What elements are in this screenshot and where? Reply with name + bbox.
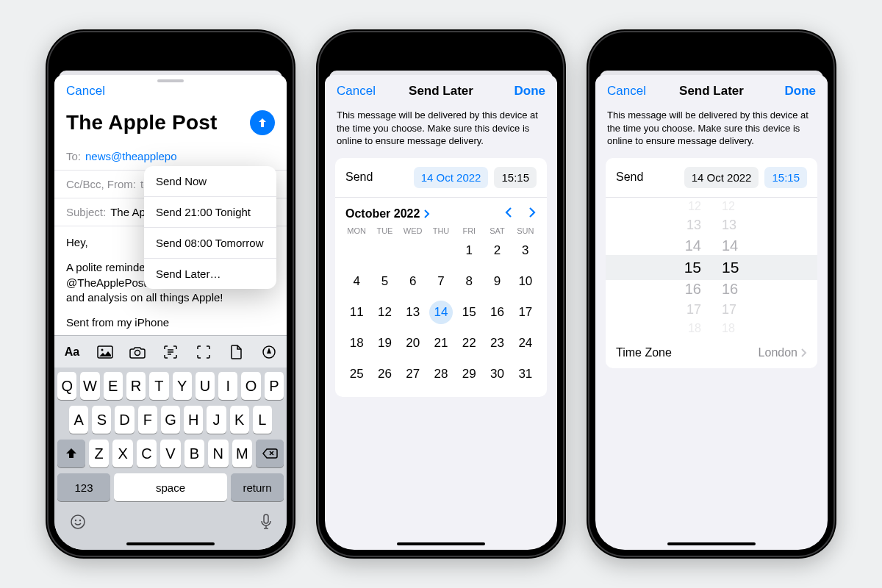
wheel-value[interactable]: 14: [722, 237, 738, 254]
kb-scan-button[interactable]: [160, 342, 181, 362]
next-month-button[interactable]: [528, 207, 537, 222]
calendar-day[interactable]: 13: [399, 300, 427, 325]
wheel-value[interactable]: 16: [722, 281, 738, 298]
wheel-value[interactable]: 17: [686, 302, 701, 318]
month-picker[interactable]: October 2022: [345, 207, 430, 220]
dictation-button[interactable]: [260, 513, 272, 534]
kb-camera-button[interactable]: [127, 342, 148, 362]
calendar-day[interactable]: 30: [483, 362, 511, 387]
wheel-value[interactable]: 15: [722, 259, 739, 276]
calendar-day[interactable]: 25: [343, 362, 370, 387]
calendar-day[interactable]: 18: [343, 331, 370, 356]
wheel-value[interactable]: 13: [722, 218, 736, 233]
calendar-day[interactable]: 7: [427, 269, 455, 294]
calendar-day[interactable]: 19: [370, 331, 398, 356]
menu-send-now[interactable]: Send Now: [144, 166, 276, 197]
cancel-button[interactable]: Cancel: [337, 84, 376, 98]
calendar-day[interactable]: 6: [399, 269, 427, 294]
key-v[interactable]: V: [160, 440, 180, 467]
wheel-value[interactable]: 13: [686, 218, 701, 233]
wheel-value[interactable]: 14: [685, 237, 701, 254]
key-x[interactable]: X: [112, 440, 132, 467]
kb-markup-button[interactable]: [259, 342, 279, 362]
key-q[interactable]: Q: [57, 372, 76, 400]
calendar-day[interactable]: 8: [455, 269, 483, 294]
done-button[interactable]: Done: [785, 84, 817, 98]
key-c[interactable]: C: [137, 440, 157, 467]
calendar-day[interactable]: 27: [399, 362, 427, 387]
calendar-day[interactable]: 5: [370, 269, 398, 294]
minute-wheel[interactable]: 12131415161718: [711, 198, 817, 337]
calendar-day[interactable]: 24: [512, 331, 539, 356]
key-g[interactable]: G: [161, 406, 180, 434]
numbers-key[interactable]: 123: [57, 473, 110, 501]
key-p[interactable]: P: [265, 372, 284, 400]
key-j[interactable]: J: [207, 406, 226, 434]
space-key[interactable]: space: [114, 473, 227, 501]
home-indicator[interactable]: [667, 542, 756, 545]
calendar-day[interactable]: 20: [399, 331, 427, 356]
calendar-day[interactable]: 1: [455, 238, 483, 263]
key-w[interactable]: W: [80, 372, 99, 400]
calendar-day[interactable]: 14: [427, 300, 455, 325]
key-s[interactable]: S: [92, 406, 111, 434]
kb-attach-button[interactable]: [226, 342, 246, 362]
home-indicator[interactable]: [397, 542, 485, 545]
key-t[interactable]: T: [149, 372, 168, 400]
calendar-day[interactable]: 10: [512, 269, 539, 294]
date-chip[interactable]: 14 Oct 2022: [684, 167, 759, 188]
calendar-day[interactable]: 28: [427, 362, 455, 387]
menu-send-tonight[interactable]: Send 21:00 Tonight: [144, 197, 276, 228]
calendar-day[interactable]: 29: [455, 362, 483, 387]
key-d[interactable]: D: [115, 406, 134, 434]
calendar-day[interactable]: 17: [512, 300, 539, 325]
key-z[interactable]: Z: [89, 440, 109, 467]
emoji-button[interactable]: [69, 513, 87, 534]
calendar-day[interactable]: 23: [483, 331, 511, 356]
prev-month-button[interactable]: [504, 207, 513, 222]
home-indicator[interactable]: [126, 542, 215, 545]
time-chip[interactable]: 15:15: [494, 167, 537, 188]
calendar-day[interactable]: 21: [427, 331, 455, 356]
calendar-day[interactable]: 9: [483, 269, 511, 294]
return-key[interactable]: return: [231, 473, 284, 501]
wheel-value[interactable]: 12: [722, 200, 735, 213]
wheel-value[interactable]: 17: [722, 302, 736, 318]
kb-livetext-button[interactable]: [193, 342, 214, 362]
kb-format-button[interactable]: Aa: [62, 342, 82, 362]
cancel-button[interactable]: Cancel: [66, 84, 105, 98]
key-u[interactable]: U: [196, 372, 215, 400]
calendar-day[interactable]: 4: [343, 269, 370, 294]
calendar-day[interactable]: 22: [455, 331, 483, 356]
key-m[interactable]: M: [232, 440, 252, 467]
key-n[interactable]: N: [208, 440, 228, 467]
shift-key[interactable]: [57, 440, 85, 467]
key-i[interactable]: I: [218, 372, 237, 400]
calendar-day[interactable]: 15: [455, 300, 483, 325]
wheel-value[interactable]: 16: [685, 281, 701, 298]
wheel-value[interactable]: 18: [688, 322, 701, 335]
calendar-day[interactable]: 12: [370, 300, 398, 325]
timezone-row[interactable]: Time Zone London: [606, 337, 817, 368]
calendar-day[interactable]: 3: [512, 238, 539, 263]
calendar-day[interactable]: 26: [370, 362, 398, 387]
time-picker-wheel[interactable]: 12131415161718 12131415161718: [606, 198, 817, 337]
cancel-button[interactable]: Cancel: [607, 84, 646, 98]
calendar-day[interactable]: 11: [343, 300, 370, 325]
calendar-day[interactable]: 16: [483, 300, 511, 325]
key-h[interactable]: H: [184, 406, 203, 434]
date-chip[interactable]: 14 Oct 2022: [414, 167, 489, 188]
calendar-day[interactable]: 31: [512, 362, 539, 387]
wheel-value[interactable]: 12: [688, 200, 701, 213]
kb-photos-button[interactable]: [95, 342, 115, 362]
menu-send-later[interactable]: Send Later…: [144, 259, 276, 289]
key-e[interactable]: E: [104, 372, 123, 400]
key-o[interactable]: O: [241, 372, 260, 400]
key-b[interactable]: B: [184, 440, 204, 467]
send-button[interactable]: [250, 110, 275, 135]
calendar-day[interactable]: 2: [483, 238, 511, 263]
key-l[interactable]: L: [253, 406, 272, 434]
hour-wheel[interactable]: 12131415161718: [606, 198, 711, 337]
time-chip[interactable]: 15:15: [764, 167, 807, 188]
wheel-value[interactable]: 18: [722, 322, 735, 335]
